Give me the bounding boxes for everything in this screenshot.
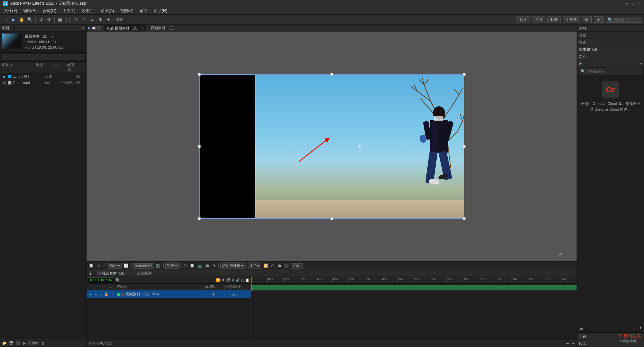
viewer-transparency-btn[interactable]: ◻ bbox=[102, 264, 107, 268]
tool-home[interactable]: ⌂ bbox=[2, 16, 9, 23]
timeline-playhead[interactable] bbox=[251, 277, 252, 283]
layer-audio-icon[interactable]: ♫ bbox=[93, 292, 98, 296]
timeline-ctrl-2[interactable]: ⏹ bbox=[221, 278, 225, 282]
guide-btn[interactable]: 🏔 bbox=[276, 264, 282, 268]
library-menu-icon[interactable]: ≡ bbox=[640, 62, 642, 65]
timeline-ctrl-1[interactable]: 🔀 bbox=[216, 278, 220, 282]
tool-zoom[interactable]: 🔍 bbox=[26, 16, 34, 23]
layer-solo-icon[interactable]: ☆ bbox=[99, 292, 103, 296]
timeline-ruler[interactable]: 01s 02s 03s 04s 05s 06s 07s 08s 09s 10s … bbox=[251, 277, 577, 284]
library-cloud-icon[interactable]: ☁ bbox=[579, 325, 584, 331]
handle-middle-right[interactable] bbox=[463, 145, 466, 148]
render-queue-button[interactable]: ▶ bbox=[21, 340, 28, 346]
workspace-standard[interactable]: 标准 bbox=[547, 16, 561, 23]
menu-help[interactable]: 帮助(H) bbox=[151, 7, 170, 14]
tool-brush[interactable]: 🖌 bbox=[89, 16, 96, 23]
menu-window[interactable]: 窗口 bbox=[137, 7, 150, 14]
new-folder-button[interactable]: 📁 bbox=[1, 340, 7, 346]
tool-rotate[interactable]: ↺ bbox=[37, 16, 45, 23]
menu-layer[interactable]: 图层(L) bbox=[60, 7, 78, 14]
maximize-button[interactable]: □ bbox=[631, 1, 635, 6]
zoom-dropdown[interactable]: 50% ▾ bbox=[108, 263, 122, 269]
nav-left-btn[interactable]: ⬅ bbox=[566, 341, 569, 346]
project-item[interactable]: ▶ ……（总） 合成 25 bbox=[0, 73, 86, 80]
tool-hand[interactable]: ✋ bbox=[18, 16, 25, 23]
workspace-default[interactable]: 默认 bbox=[517, 16, 530, 23]
tab-footage[interactable]: 视频素材（总） bbox=[148, 25, 179, 31]
timeline-comp-tab[interactable]: ⬛ 视频素材（总） ≡ bbox=[95, 271, 133, 276]
handle-top-right[interactable] bbox=[463, 73, 466, 76]
search-help-input[interactable] bbox=[613, 18, 640, 22]
fps-btn[interactable]: 🏔 bbox=[204, 264, 210, 268]
timeline-ctrl-7[interactable]: 📋 bbox=[245, 278, 249, 282]
library-search-box[interactable]: 🔍 bbox=[579, 68, 642, 74]
handle-top-middle[interactable] bbox=[330, 73, 333, 76]
library-add-icon[interactable]: + bbox=[639, 325, 642, 331]
search-help-box[interactable]: 🔍 bbox=[606, 17, 642, 23]
exposure-btn[interactable]: 🎚 bbox=[211, 264, 217, 268]
camera-dropdown[interactable]: 活动摄像机 ▾ bbox=[220, 263, 245, 269]
viewer-grid-btn[interactable]: 🖥 bbox=[96, 264, 101, 268]
project-menu-icon[interactable]: ≡ bbox=[82, 26, 84, 30]
delete-button[interactable]: 🗑 bbox=[40, 340, 46, 346]
tool-stamp[interactable]: ✱ bbox=[97, 16, 104, 23]
info-section-header[interactable]: 信息 bbox=[577, 25, 644, 32]
layer-row[interactable]: ● ♫ ☆ 🔒 1 🎥 视频素材（总）.mp4 中 / ⌂ 无 ▾ bbox=[87, 290, 251, 298]
timeline-timecode[interactable]: 0:00:00:06 bbox=[88, 277, 114, 283]
timeline-search-icon[interactable]: 🔍 bbox=[115, 278, 120, 283]
workspace-learn[interactable]: 学习 bbox=[532, 16, 545, 23]
new-composition-button[interactable]: 🎬 bbox=[8, 340, 14, 346]
exposure-display[interactable]: +00 bbox=[291, 263, 303, 269]
capture-frame-btn[interactable]: 📷 bbox=[155, 264, 162, 268]
tool-orbit[interactable]: ⟳ bbox=[45, 16, 53, 23]
handle-bottom-left[interactable] bbox=[198, 217, 201, 220]
close-button[interactable]: ✕ bbox=[637, 1, 641, 6]
tab-composition[interactable]: 合成 视频素材（总） ≡ bbox=[104, 25, 146, 32]
overlay-toggle[interactable]: 🔁 bbox=[262, 264, 269, 268]
timeline-tab-menu[interactable]: ≡ bbox=[129, 272, 131, 275]
view-count-dropdown[interactable]: 1 个 ▾ bbox=[249, 263, 261, 269]
timeline-collapse-btn[interactable]: ▼ bbox=[87, 272, 95, 276]
timeline-ctrl-3[interactable]: 🎬 bbox=[226, 278, 230, 282]
nav-right-btn[interactable]: ➡ bbox=[572, 341, 575, 346]
minimize-button[interactable]: − bbox=[625, 1, 629, 6]
menu-edit[interactable]: 编辑(E) bbox=[20, 7, 39, 14]
tool-mask-rect[interactable]: ▣ bbox=[56, 16, 64, 23]
menu-animation[interactable]: 动画(A) bbox=[98, 7, 117, 14]
timeline-ctrl-5[interactable]: 🔗 bbox=[235, 278, 239, 282]
mute-btn[interactable]: 🔲 bbox=[189, 264, 196, 268]
safe-area-btn[interactable]: ⬛ bbox=[283, 264, 290, 268]
audio-section-header[interactable]: 音频 bbox=[577, 32, 644, 39]
tool-text[interactable]: T bbox=[80, 16, 88, 23]
menu-effect[interactable]: 效果(T) bbox=[79, 7, 97, 14]
quality-dropdown[interactable]: 完整 ▾ bbox=[165, 263, 179, 269]
menu-view[interactable]: 视图(V) bbox=[117, 7, 136, 14]
preview-section-header[interactable]: 预览 bbox=[577, 39, 644, 46]
align-section-header[interactable]: 对齐 bbox=[577, 53, 644, 60]
character-section-header[interactable]: 字符 bbox=[577, 333, 644, 340]
workspace-more[interactable]: ≫ bbox=[594, 16, 604, 23]
fit-to-frame-btn[interactable]: ⬜ bbox=[123, 264, 129, 268]
track-row[interactable] bbox=[251, 284, 577, 292]
fast-preview-btn[interactable]: ⬡ bbox=[182, 264, 188, 268]
layer-parent-chevron[interactable]: ▾ bbox=[236, 293, 238, 296]
timeline-ctrl-6[interactable]: ▤ bbox=[241, 278, 244, 282]
handle-bottom-middle[interactable] bbox=[330, 217, 333, 220]
menu-composition[interactable]: 合成(C) bbox=[40, 7, 59, 14]
tool-mask-ellipse[interactable]: ◯ bbox=[64, 16, 72, 23]
tool-select[interactable]: ▶ bbox=[10, 16, 17, 23]
menu-file[interactable]: 文件(F) bbox=[1, 7, 20, 14]
tab-comp-menu[interactable]: ≡ bbox=[142, 26, 143, 30]
library-section-header[interactable]: 库 ≡ bbox=[577, 60, 644, 67]
render-queue-tab[interactable]: 渲染队列 bbox=[134, 271, 154, 276]
handle-bottom-right[interactable] bbox=[463, 217, 466, 220]
grid-overlay-btn[interactable]: ⬡ bbox=[270, 264, 275, 268]
timecode-display[interactable]: 0:00:00:06 bbox=[133, 263, 154, 269]
layer-visibility-icon[interactable]: ● bbox=[88, 292, 93, 296]
project-item[interactable]: 🎥 C……mp4 AVI 7.3 MB 25 bbox=[0, 80, 86, 86]
timeline-ctrl-4[interactable]: ✱ bbox=[231, 278, 234, 282]
workspace-small-screen[interactable]: 小屏幕 bbox=[563, 16, 580, 23]
workspace-library[interactable]: 库 bbox=[582, 16, 592, 23]
footage-settings-button[interactable]: ⬛ bbox=[15, 340, 21, 346]
layer-parent-value[interactable]: 无 bbox=[232, 292, 235, 297]
